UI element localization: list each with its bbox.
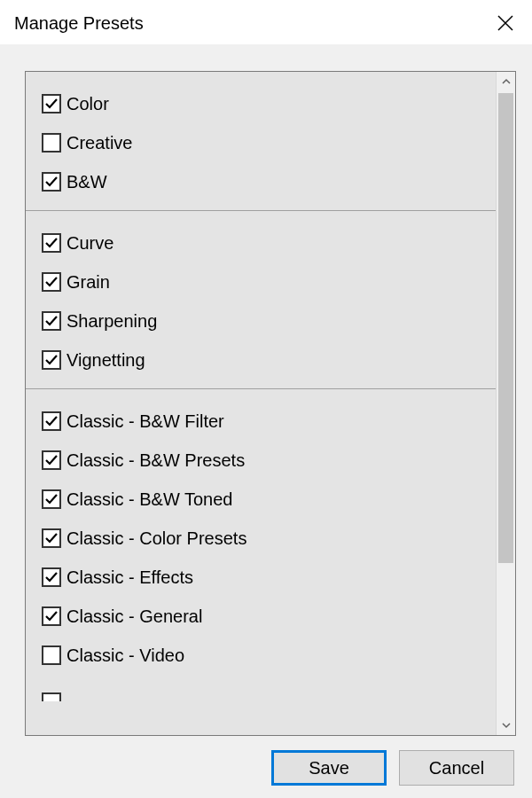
dialog-title: Manage Presets: [14, 13, 144, 34]
scroll-thumb[interactable]: [498, 93, 513, 563]
list-item: Classic - Effects: [26, 558, 496, 597]
list-item-label: Classic - B&W Presets: [66, 450, 245, 471]
list-item-label: Classic - General: [66, 606, 202, 627]
titlebar: Manage Presets: [0, 0, 532, 44]
checkbox-partial[interactable]: [42, 692, 61, 701]
dialog-body: ColorCreativeB&WCurveGrainSharpeningVign…: [0, 44, 532, 798]
checkbox[interactable]: [42, 172, 61, 192]
list-item: Classic - B&W Filter: [26, 402, 496, 441]
checkmark-icon: [44, 314, 59, 328]
list-item: Grain: [26, 262, 496, 301]
checkmark-icon: [44, 492, 59, 506]
checkbox[interactable]: [42, 272, 61, 292]
list-item: Classic - General: [26, 597, 496, 636]
list-item-label: Vignetting: [66, 350, 145, 371]
list-group-partial: [26, 684, 496, 710]
checkmark-icon: [44, 453, 59, 467]
list-item: B&W: [26, 162, 496, 201]
checkmark-icon: [44, 414, 59, 428]
list-item-label: Classic - Color Presets: [66, 528, 246, 549]
list-item-label: Classic - Effects: [66, 567, 193, 588]
checkbox[interactable]: [42, 645, 61, 665]
list-group: CurveGrainSharpeningVignetting: [26, 211, 496, 389]
list-item-label: Sharpening: [66, 311, 157, 332]
preset-list-scroll: ColorCreativeB&WCurveGrainSharpeningVign…: [26, 72, 496, 735]
checkmark-icon: [44, 353, 59, 367]
checkmark-icon: [44, 609, 59, 623]
checkbox[interactable]: [42, 133, 61, 153]
checkbox[interactable]: [42, 411, 61, 431]
checkmark-icon: [44, 570, 59, 584]
checkmark-icon: [44, 236, 59, 250]
list-item: Sharpening: [26, 301, 496, 340]
checkmark-icon: [44, 275, 59, 289]
checkbox[interactable]: [42, 606, 61, 626]
scrollbar[interactable]: [496, 72, 515, 735]
list-item: Classic - B&W Presets: [26, 441, 496, 480]
chevron-down-icon: [501, 720, 512, 731]
checkmark-icon: [44, 531, 59, 545]
close-icon: [497, 15, 513, 31]
checkmark-icon: [44, 175, 59, 189]
list-item: Creative: [26, 123, 496, 162]
preset-list-container: ColorCreativeB&WCurveGrainSharpeningVign…: [25, 71, 516, 736]
list-group: ColorCreativeB&W: [26, 72, 496, 211]
checkbox[interactable]: [42, 450, 61, 470]
cancel-button[interactable]: Cancel: [399, 750, 514, 786]
list-item: Classic - Video: [26, 636, 496, 675]
list-item: Classic - Color Presets: [26, 519, 496, 558]
button-row: Save Cancel: [25, 736, 516, 786]
checkbox[interactable]: [42, 233, 61, 253]
list-item-label: B&W: [66, 172, 107, 192]
list-item-label: Classic - Video: [66, 645, 184, 666]
checkbox[interactable]: [42, 567, 61, 587]
close-button[interactable]: [491, 9, 520, 37]
list-item: Classic - B&W Toned: [26, 480, 496, 519]
list-item: Vignetting: [26, 340, 496, 379]
checkbox[interactable]: [42, 311, 61, 331]
list-group: Classic - B&W FilterClassic - B&W Preset…: [26, 389, 496, 684]
list-item: Color: [26, 84, 496, 123]
list-item-label: Grain: [66, 272, 110, 293]
list-item: Curve: [26, 223, 496, 262]
list-item-label: Creative: [66, 133, 132, 153]
chevron-up-icon: [501, 76, 512, 87]
checkbox[interactable]: [42, 94, 61, 113]
list-item-label: Classic - B&W Toned: [66, 489, 232, 510]
save-button[interactable]: Save: [271, 750, 387, 786]
list-item-label: Classic - B&W Filter: [66, 411, 224, 432]
list-item-label: Color: [66, 94, 109, 114]
checkbox[interactable]: [42, 350, 61, 370]
checkbox[interactable]: [42, 528, 61, 548]
list-item-label: Curve: [66, 233, 113, 254]
scroll-up-button[interactable]: [497, 72, 515, 91]
checkmark-icon: [44, 97, 59, 111]
scroll-down-button[interactable]: [497, 716, 515, 735]
checkbox[interactable]: [42, 489, 61, 509]
